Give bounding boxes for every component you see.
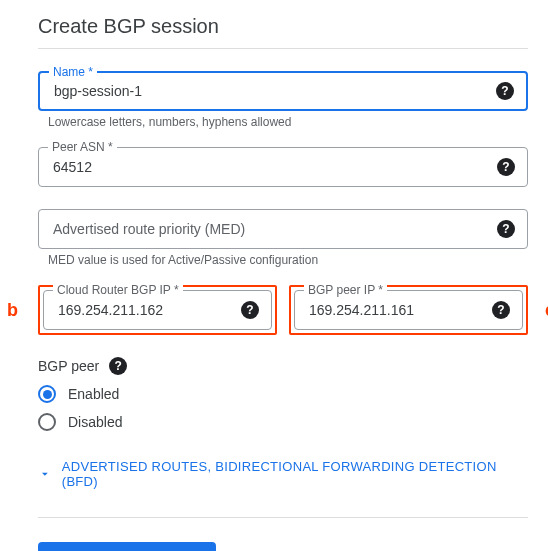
divider [38,517,528,518]
cloud-router-ip-input[interactable] [56,301,233,319]
cloud-router-ip-highlight: Cloud Router BGP IP * ? [38,285,277,335]
med-help-text: MED value is used for Active/Passive con… [48,253,528,267]
expander-label: ADVERTISED ROUTES, BIDIRECTIONAL FORWARD… [62,459,528,489]
divider [38,48,528,49]
page-title: Create BGP session [38,15,528,38]
bgp-peer-ip-input[interactable] [307,301,484,319]
help-icon[interactable]: ? [497,158,515,176]
radio-icon [38,413,56,431]
med-input[interactable] [51,220,489,238]
bgp-peer-label-text: BGP peer [38,358,99,374]
annotation-b: b [7,300,18,321]
cloud-router-ip-field[interactable]: Cloud Router BGP IP * ? [43,290,272,330]
advertised-routes-expander[interactable]: ADVERTISED ROUTES, BIDIRECTIONAL FORWARD… [38,459,528,489]
bgp-peer-ip-field[interactable]: BGP peer IP * ? [294,290,523,330]
peer-asn-input[interactable] [51,158,489,176]
radio-icon [38,385,56,403]
name-help-text: Lowercase letters, numbers, hyphens allo… [48,115,528,129]
radio-label-disabled: Disabled [68,414,122,430]
bgp-peer-ip-label: BGP peer IP * [304,283,387,297]
radio-label-enabled: Enabled [68,386,119,402]
help-icon[interactable]: ? [496,82,514,100]
bgp-peer-enabled-radio[interactable]: Enabled [38,385,528,403]
help-icon[interactable]: ? [109,357,127,375]
name-label: Name * [49,65,97,79]
bgp-peer-ip-highlight: BGP peer IP * ? [289,285,528,335]
help-icon[interactable]: ? [492,301,510,319]
save-and-continue-button[interactable]: SAVE AND CONTINUE [38,542,216,551]
bgp-peer-disabled-radio[interactable]: Disabled [38,413,528,431]
help-icon[interactable]: ? [497,220,515,238]
bgp-peer-section-label: BGP peer ? [38,357,528,375]
name-field[interactable]: Name * ? [38,71,528,111]
help-icon[interactable]: ? [241,301,259,319]
med-field[interactable]: ? [38,209,528,249]
cloud-router-ip-label: Cloud Router BGP IP * [53,283,183,297]
peer-asn-label: Peer ASN * [48,140,117,154]
peer-asn-field[interactable]: Peer ASN * ? [38,147,528,187]
name-input[interactable] [52,82,488,100]
chevron-down-icon [38,467,52,481]
